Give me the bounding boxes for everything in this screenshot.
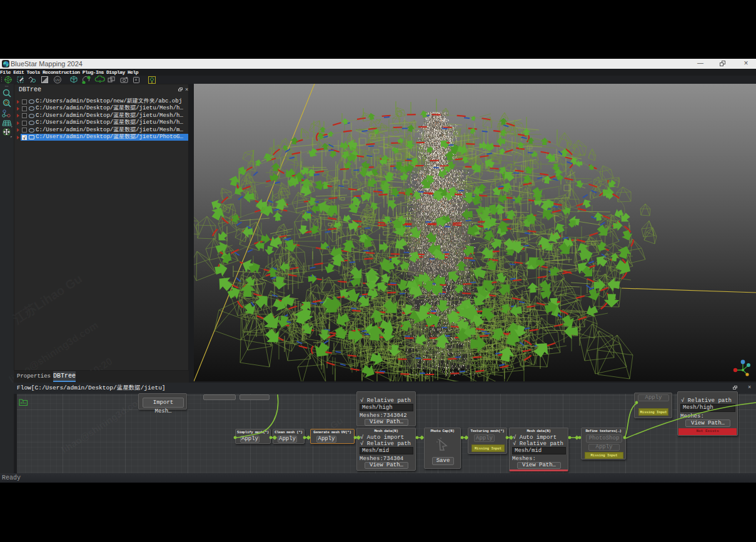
svg-text:UV: UV bbox=[55, 78, 60, 82]
